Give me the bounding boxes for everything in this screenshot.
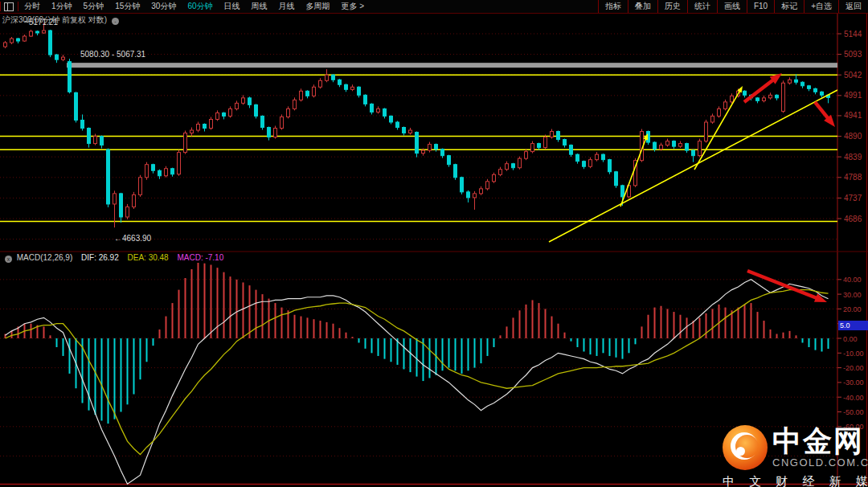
chart-title: 沪深300(60分钟 前复权 对数) (2, 15, 107, 24)
logo-tagline: 中 文 财 经 新 媒 体 (723, 474, 868, 487)
tools-menu-item[interactable]: 统计 (687, 0, 717, 13)
gridlines (0, 34, 837, 456)
price-axis-label: 4737 (844, 194, 862, 203)
macd-axis-label: 20.00 (843, 305, 862, 313)
macd-axis-label: -40.00 (843, 394, 864, 402)
macd-settings-icon[interactable]: x (5, 256, 12, 263)
tools-menu-item[interactable]: 历史 (657, 0, 687, 13)
price-axis-label: 4839 (844, 153, 862, 162)
macd-indicator-label: MACD(12,26,9) (17, 253, 72, 262)
logo-domain: CNGOLD.COM.CN (772, 456, 868, 469)
price-axis-label: 4991 (844, 91, 862, 100)
macd-axis-label: 0.00 (843, 335, 858, 343)
macd-axis-label: -50.00 (843, 408, 864, 416)
tools-menu-item[interactable]: 返回 (838, 0, 868, 13)
macd-histogram (6, 262, 829, 424)
price-axis-label: 4941 (844, 111, 862, 120)
top-menu-bar: 分时1分钟5分钟15分钟30分钟60分钟日线周线月线多周期更多 > 指标叠加历史… (0, 0, 868, 14)
window-layout-icon[interactable] (4, 2, 14, 11)
period-menu-item[interactable]: 分时 (18, 1, 46, 12)
period-menu-item[interactable]: 月线 (273, 1, 301, 12)
period-menu-item[interactable]: 15分钟 (109, 1, 145, 12)
divider (0, 2, 1, 11)
period-menu-item[interactable]: 日线 (219, 1, 246, 12)
macd-axis-label: -10.00 (843, 350, 864, 358)
period-menu-item[interactable]: 多周期 (301, 1, 336, 12)
tools-menu-item[interactable]: 指标 (598, 0, 628, 13)
tools-menu-item[interactable]: 画线 (717, 0, 747, 13)
tools-menu-item[interactable]: 标记 (774, 0, 804, 13)
macd-hist-value: MACD: -7.10 (177, 253, 223, 262)
macd-axis: 40.0030.0020.0010.000.00-10.00-20.00-30.… (837, 276, 864, 431)
dif-line (6, 280, 829, 484)
macd-axis-label: -30.00 (843, 379, 864, 387)
price-axis-label: 4686 (844, 215, 862, 223)
cngold-logo-icon (723, 425, 768, 470)
chart-canvas[interactable]: 5144509350424991494148904839478847374686… (0, 0, 868, 487)
cngold-watermark: 中金网 CNGOLD.COM.CN 中 文 财 经 新 媒 体 (723, 425, 868, 487)
period-menu: 分时1分钟5分钟15分钟30分钟60分钟日线周线月线多周期更多 > (18, 1, 370, 12)
panel-frame (0, 13, 868, 485)
price-axis-label: 5093 (844, 50, 862, 59)
logo-name: 中金网 (772, 427, 868, 456)
price-annotation: 5080.30 - 5067.31 (80, 50, 146, 59)
tools-menu-item[interactable]: 叠加 (628, 0, 657, 13)
price-axis-label: 5042 (844, 71, 862, 80)
macd-axis-label: 40.00 (843, 276, 862, 284)
period-menu-item[interactable]: 5分钟 (78, 1, 110, 12)
tools-menu-item[interactable]: +自选 (804, 0, 838, 13)
period-menu-item[interactable]: 30分钟 (145, 1, 182, 12)
macd-panel[interactable] (6, 262, 829, 484)
resistance-band (67, 63, 837, 68)
price-axis: 5144509350424991494148904839478847374686 (837, 30, 862, 223)
period-menu-item[interactable]: 更多 > (336, 1, 371, 12)
macd-header-row: x MACD(12,26,9) DIF: 26.92 DEA: 30.48 MA… (2, 253, 223, 263)
price-axis-label: 4788 (844, 173, 862, 182)
price-annotation: ←4663.90 (114, 234, 152, 243)
tools-menu-item[interactable]: F10 (747, 0, 774, 13)
macd-axis-label: 30.00 (843, 291, 862, 299)
macd-dea-value: DEA: 30.48 (128, 253, 169, 262)
app-root: 分时1分钟5分钟15分钟30分钟60分钟日线周线月线多周期更多 > 指标叠加历史… (0, 0, 868, 487)
period-menu-item[interactable]: 1分钟 (46, 1, 78, 12)
chart-title-row: 沪深300(60分钟 前复权 对数) - (2, 14, 121, 26)
tools-menu: 指标叠加历史统计画线F10标记+自选返回 (598, 0, 868, 13)
period-menu-item[interactable]: 周线 (246, 1, 273, 12)
macd-axis-label: -20.00 (843, 364, 864, 372)
collapse-indicator-icon[interactable]: - (112, 18, 119, 25)
price-axis-label: 5144 (844, 30, 862, 39)
axis-value-tooltip: 5.0 (838, 321, 868, 330)
price-axis-label: 4890 (844, 132, 862, 141)
period-menu-item[interactable]: 60分钟 (182, 1, 218, 12)
macd-dif-value: DIF: 26.92 (81, 253, 119, 262)
